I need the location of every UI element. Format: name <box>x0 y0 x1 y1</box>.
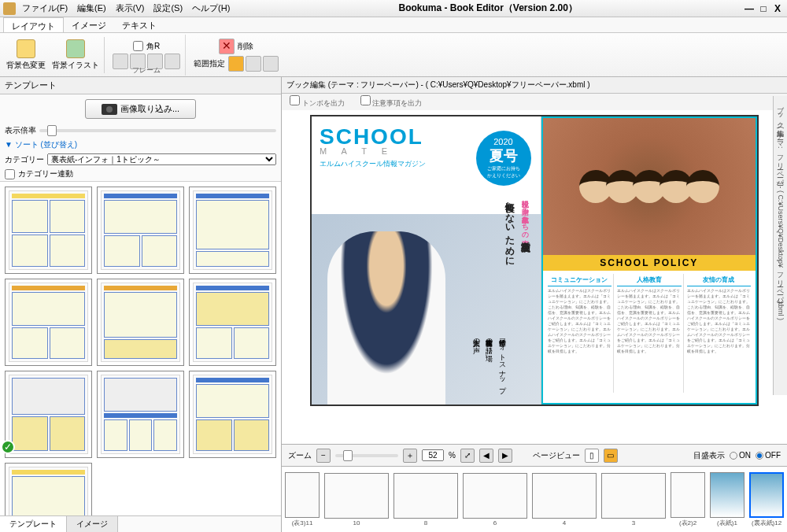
frame-style-4[interactable] <box>164 54 180 69</box>
template-grid: ✓ <box>0 181 281 515</box>
page-thumb[interactable]: 3 <box>600 473 667 526</box>
policy-heading: SCHOOL POLICY <box>543 255 756 271</box>
page-thumb[interactable]: 10 <box>323 473 390 526</box>
zoom-slider[interactable] <box>39 129 276 132</box>
template-item[interactable] <box>97 371 184 458</box>
ribbon-tabs: レイアウト イメージ テキスト <box>0 17 787 33</box>
menu-file[interactable]: ファイル(F) <box>19 1 71 16</box>
bg-illust-button[interactable]: 背景イラスト <box>50 38 101 72</box>
range-opt-3[interactable] <box>263 56 279 72</box>
zoom-bar-slider[interactable] <box>335 454 398 457</box>
range-label: 範囲指定 <box>194 58 225 69</box>
corner-r-label: 角R <box>146 41 160 52</box>
corner-r-checkbox[interactable] <box>133 41 143 51</box>
ruler-on-radio[interactable]: ON <box>730 451 751 460</box>
bg-color-button[interactable]: 背景色変更 <box>5 38 47 72</box>
template-panel: テンプレート 画像取り込み... 表示倍率 ▼ ソート (並び替え) カテゴリー… <box>0 77 282 532</box>
side-tab[interactable]: ブック編集 (テーマ : フリーペーパー) - ( C:¥Users¥Q¥Des… <box>773 96 787 395</box>
close-button[interactable]: X <box>771 3 784 14</box>
tab-template[interactable]: テンプレート <box>0 516 67 532</box>
delete-icon[interactable]: ✕ <box>219 39 235 54</box>
page-left[interactable]: SCHOOL M A T E エルムハイスクール情報マガジン 2020 夏号 ご… <box>312 116 541 405</box>
ruler-off-radio[interactable]: OFF <box>756 451 781 460</box>
zoom-value-input[interactable] <box>422 449 444 461</box>
page-thumb[interactable]: 4 <box>530 473 598 526</box>
import-images-button[interactable]: 画像取り込み... <box>85 99 196 119</box>
template-item[interactable] <box>5 187 92 274</box>
zoom-out-button[interactable]: − <box>316 449 331 463</box>
menu-help[interactable]: ヘルプ(H) <box>189 1 233 16</box>
template-item[interactable] <box>5 463 92 515</box>
range-group: ✕ 削除 範囲指定 <box>189 35 283 76</box>
template-item[interactable] <box>97 279 184 366</box>
zoom-label: 表示倍率 <box>5 125 36 136</box>
menu-settings[interactable]: 設定(S) <box>150 1 186 16</box>
editor-header: ブック編集 (テーマ : フリーペーパー) - ( C:¥Users¥Q¥Des… <box>282 77 787 94</box>
tab-text[interactable]: テキスト <box>114 17 164 32</box>
page-thumb[interactable]: 8 <box>392 473 460 526</box>
app-icon <box>3 2 16 15</box>
import-label: 画像取り込み... <box>120 103 179 115</box>
category-select[interactable]: 裏表紙-インフォ｜1トピック～ <box>47 153 276 165</box>
page-thumb-selected[interactable]: (裏表紙)12 <box>748 472 785 527</box>
menu-edit[interactable]: 編集(E) <box>74 1 109 16</box>
next-page-button[interactable]: ▶ <box>498 449 512 463</box>
template-item[interactable] <box>189 279 276 366</box>
zoom-bar: ズーム − ＋ % ⤢ ◀ ▶ ページビュー ▯ ▭ 目盛表示 ON OFF <box>282 444 787 466</box>
pct-label: % <box>449 451 456 460</box>
page-thumb[interactable]: (表紙)1 <box>708 472 746 527</box>
side-text-vertical: 修学旅行フォトスナップ 高校生活本音の「語り場」 新入生の声 <box>471 334 509 389</box>
left-panel-tabs: テンプレート イメージ <box>0 515 281 532</box>
ribbon: 背景色変更 背景イラスト 角R フレーム ✕ 削除 範囲指定 <box>0 33 787 77</box>
pageview-label: ページビュー <box>533 450 580 461</box>
panel-title: テンプレート <box>0 77 281 94</box>
issue-badge: 2020 夏号 ご家庭にお持ち かえりください <box>476 131 531 186</box>
zoom-fit-button[interactable]: ⤢ <box>460 449 475 463</box>
policy-columns: コミュニケーションエルムハイスクールはスクールポリシーを踏まえます。エルムは「コ… <box>543 271 756 396</box>
page-thumb[interactable]: (表2)2 <box>669 472 707 527</box>
page-spread[interactable]: SCHOOL M A T E エルムハイスクール情報マガジン 2020 夏号 ご… <box>310 115 759 406</box>
tab-image-panel[interactable]: イメージ <box>67 516 118 532</box>
page-right[interactable]: SCHOOL POLICY コミュニケーションエルムハイスクールはスクールポリシ… <box>541 116 758 405</box>
selected-check-icon: ✓ <box>1 440 15 454</box>
template-item[interactable] <box>189 371 276 458</box>
bg-color-label: 背景色変更 <box>6 60 46 71</box>
template-item[interactable] <box>189 187 276 274</box>
crop-marks-checkbox[interactable]: トンボを出力 <box>290 95 345 109</box>
headline-vertical: 現役生に贈る卒業生たちの声高校生活を 後悔しないために <box>502 195 532 261</box>
bg-color-icon <box>17 39 35 58</box>
ruler-label: 目盛表示 <box>693 450 725 461</box>
titlebar: ファイル(F) 編集(E) 表示(V) 設定(S) ヘルプ(H) Bookuma… <box>0 0 787 17</box>
range-opt-2[interactable] <box>246 56 261 72</box>
maximize-button[interactable]: □ <box>757 3 770 14</box>
frame-group: 角R フレーム <box>108 35 186 76</box>
pageview-single-button[interactable]: ▯ <box>585 449 599 463</box>
window-title: Bookuma - Book Editor（Version 2.00） <box>233 2 743 15</box>
menu-view[interactable]: 表示(V) <box>113 1 148 16</box>
canvas[interactable]: SCHOOL M A T E エルムハイスクール情報マガジン 2020 夏号 ご… <box>282 110 787 444</box>
delete-label: 削除 <box>238 41 253 52</box>
page-thumb[interactable]: (表3)11 <box>283 472 321 527</box>
pageview-spread-button[interactable]: ▭ <box>604 449 618 463</box>
template-item[interactable]: ✓ <box>5 371 92 458</box>
page-thumb[interactable]: 6 <box>461 473 529 526</box>
notes-checkbox[interactable]: 注意事項を出力 <box>360 95 423 109</box>
frame-style-1[interactable] <box>113 54 128 69</box>
tab-layout[interactable]: レイアウト <box>3 17 64 32</box>
category-link-checkbox[interactable] <box>5 169 15 179</box>
zoom-in-button[interactable]: ＋ <box>403 449 417 463</box>
sort-toggle[interactable]: ▼ ソート (並び替え) <box>0 138 281 152</box>
zoom-text: ズーム <box>288 450 312 461</box>
template-item[interactable] <box>5 279 92 366</box>
group-photo <box>543 118 756 255</box>
template-item[interactable] <box>97 187 184 274</box>
prev-page-button[interactable]: ◀ <box>479 449 493 463</box>
menu-bar: ファイル(F) 編集(E) 表示(V) 設定(S) ヘルプ(H) <box>19 1 233 16</box>
category-link-label: カテゴリー連動 <box>18 168 73 179</box>
tab-image[interactable]: イメージ <box>64 17 114 32</box>
range-opt-1[interactable] <box>228 56 244 72</box>
thumbnail-strip: (表3)11 10 8 6 4 3 (表2)2 (表紙)1 (裏表紙)12 <box>282 466 787 532</box>
minimize-button[interactable]: — <box>743 3 756 14</box>
bg-illust-label: 背景イラスト <box>52 60 99 71</box>
camera-icon <box>102 104 117 115</box>
